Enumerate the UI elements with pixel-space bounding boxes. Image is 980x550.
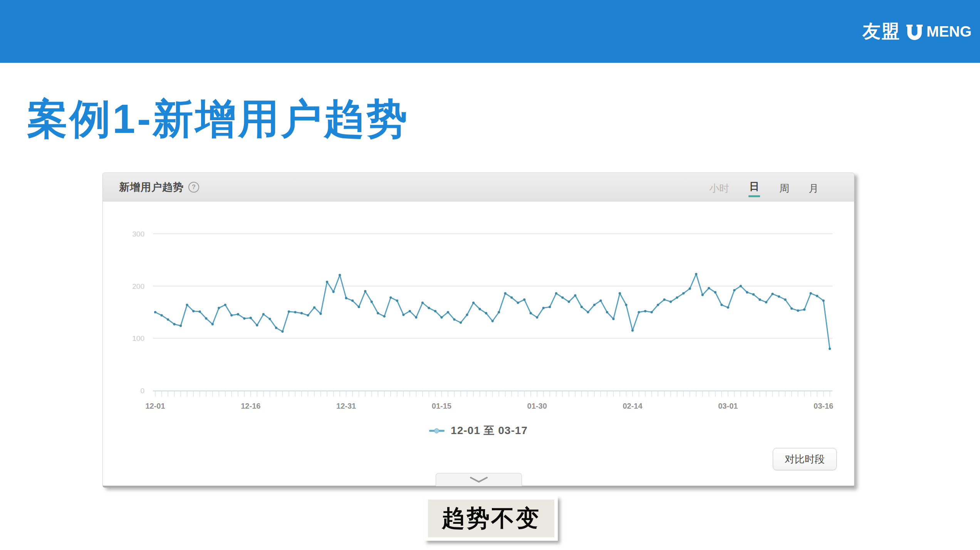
tab-active-underline [748,195,760,197]
svg-text:12-31: 12-31 [336,402,356,410]
card-header: 新增用户趋势 ? 小时 日 周 月 [103,173,854,201]
svg-text:01-30: 01-30 [527,402,547,410]
svg-text:03-01: 03-01 [718,402,738,410]
legend-item[interactable]: 12-01 至 03-17 [103,423,854,439]
svg-text:12-01: 12-01 [145,402,165,410]
svg-text:300: 300 [132,230,144,238]
trend-callout: 趋势不变 [425,496,558,541]
brand-english-text: MENG [926,23,972,40]
tab-hour[interactable]: 小时 [709,179,729,195]
compare-period-button[interactable]: 对比时段 [773,448,837,470]
tab-hour-label: 小时 [709,183,729,194]
series-line [155,274,830,349]
page-title: 案例1-新增用户趋势 [27,92,409,147]
trend-callout-box: 趋势不变 [428,500,554,537]
tab-month[interactable]: 月 [809,179,819,195]
granularity-tabs: 小时 日 周 月 [709,173,819,201]
collapse-panel-button[interactable] [436,473,522,486]
brand-chinese-text: 友盟 [863,19,900,44]
svg-text:0: 0 [140,387,144,395]
x-tick-labels: 12-0112-1612-3101-1501-3002-1403-0103-16 [145,402,833,410]
trend-chart: 010020030012-0112-1612-3101-1501-3002-14… [103,173,854,486]
umeng-brand: 友盟 MENG [863,0,972,63]
y-tick-labels: 0100200300 [132,230,144,395]
svg-text:01-15: 01-15 [432,402,451,410]
svg-text:200: 200 [132,282,144,290]
tab-day-label: 日 [749,181,759,192]
tab-week-label: 周 [779,183,789,194]
tab-week[interactable]: 周 [779,179,789,195]
svg-text:100: 100 [132,334,144,342]
trend-callout-text: 趋势不变 [442,503,540,534]
legend-line-marker [429,430,445,432]
svg-text:02-14: 02-14 [623,402,643,410]
help-icon[interactable]: ? [188,182,199,193]
chevron-down-icon [470,477,488,483]
tab-month-label: 月 [809,183,819,194]
svg-text:03-16: 03-16 [814,402,833,410]
umeng-logo-icon [905,23,924,42]
card-title: 新增用户趋势 [119,180,184,194]
tab-day[interactable]: 日 [748,177,760,197]
legend-label: 12-01 至 03-17 [451,423,528,438]
svg-text:12-16: 12-16 [241,402,260,410]
x-axis-ruler [153,391,832,397]
top-bar: 友盟 MENG [0,0,980,63]
chart-card: 010020030012-0112-1612-3101-1501-3002-14… [102,173,854,488]
